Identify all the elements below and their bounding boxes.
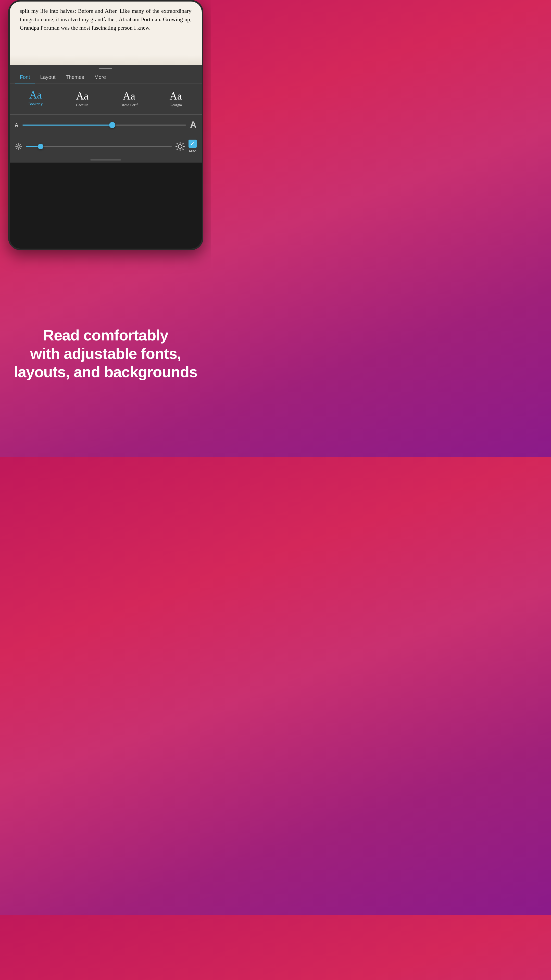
brightness-control: ✓ Auto (10, 137, 202, 157)
drag-handle[interactable] (99, 68, 112, 69)
svg-line-17 (183, 143, 183, 144)
auto-label: Auto (189, 149, 197, 153)
home-indicator (90, 159, 121, 161)
brightness-slider-thumb[interactable] (38, 144, 43, 149)
font-options: Aa Bookerly Aa Caecilia Aa Droid Serif A… (10, 83, 202, 115)
svg-line-5 (16, 144, 17, 145)
auto-brightness-control[interactable]: ✓ Auto (189, 140, 197, 153)
svg-line-8 (20, 144, 21, 145)
font-size-slider-fill (22, 124, 112, 126)
svg-line-16 (177, 149, 178, 150)
svg-line-14 (177, 143, 178, 144)
font-option-caecilia[interactable]: Aa Caecilia (59, 89, 106, 109)
tab-more[interactable]: More (89, 71, 111, 83)
font-size-slider-thumb[interactable] (109, 122, 115, 128)
font-size-slider[interactable] (22, 124, 186, 126)
bottom-panel: Font Layout Themes More Aa Bookerly Aa C… (10, 65, 202, 162)
font-option-droid-serif[interactable]: Aa Droid Serif (106, 89, 152, 109)
font-size-large-label: A (190, 120, 197, 130)
svg-line-7 (16, 148, 17, 148)
svg-line-15 (183, 149, 183, 150)
svg-point-9 (178, 145, 182, 148)
tab-font[interactable]: Font (15, 71, 35, 83)
marketing-section: Read comfortably with adjustable fonts, … (1, 250, 210, 457)
book-text: split my life into halves: Before and Af… (20, 8, 192, 31)
checkmark-icon: ✓ (190, 141, 195, 147)
brightness-slider[interactable] (26, 146, 171, 147)
brightness-icon-small (15, 143, 22, 150)
phone-frame: split my life into halves: Before and Af… (8, 0, 203, 250)
svg-point-0 (17, 145, 20, 148)
marketing-text: Read comfortably with adjustable fonts, … (14, 326, 197, 381)
font-option-georgia[interactable]: Aa Georgia (152, 89, 199, 109)
font-size-small-label: A (15, 122, 18, 128)
book-content: split my life into halves: Before and Af… (10, 2, 202, 65)
font-option-bookerly[interactable]: Aa Bookerly (12, 88, 59, 110)
auto-checkbox[interactable]: ✓ (189, 140, 197, 148)
tab-layout[interactable]: Layout (35, 71, 61, 83)
brightness-icon-large (175, 142, 185, 151)
svg-line-6 (20, 148, 21, 148)
tab-themes[interactable]: Themes (61, 71, 89, 83)
tab-bar: Font Layout Themes More (10, 71, 202, 83)
font-size-control: A A (10, 115, 202, 135)
